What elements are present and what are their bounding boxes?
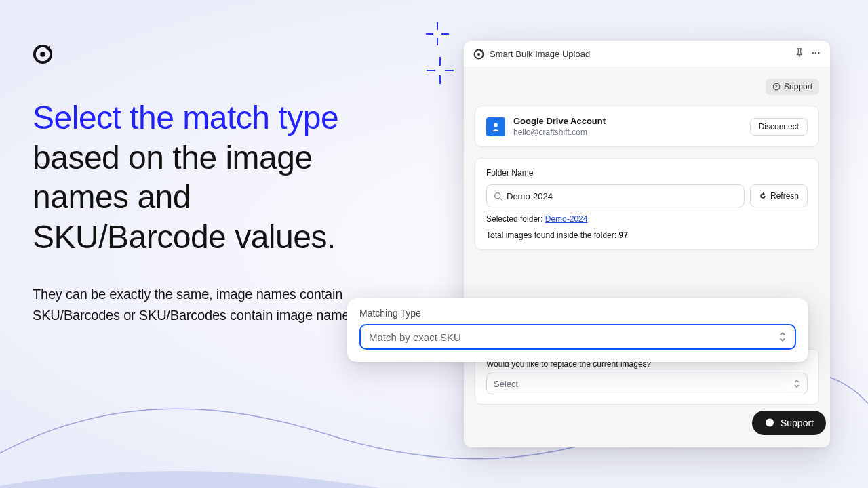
subheadline: They can be exactly the same, image name… — [33, 284, 365, 326]
search-icon — [494, 192, 502, 201]
matching-type-select[interactable]: Match by exact SKU — [359, 324, 796, 350]
chat-icon — [764, 418, 775, 428]
svg-point-7 — [40, 52, 45, 57]
pin-icon[interactable] — [795, 48, 804, 60]
folder-card: Folder Name Refresh Selected folder: Dem… — [475, 158, 819, 250]
headline: Select the match type based on the image… — [33, 98, 365, 257]
refresh-icon — [759, 192, 767, 200]
images-found-count: 97 — [618, 230, 627, 240]
marketing-copy: Select the match type based on the image… — [33, 98, 365, 326]
svg-point-11 — [815, 52, 816, 53]
account-title: Google Drive Account — [513, 116, 742, 126]
headline-rest: based on the image names and SKU/Barcode… — [33, 140, 336, 255]
svg-point-5 — [435, 66, 445, 75]
headline-accent: Select the match type — [33, 100, 338, 136]
svg-point-16 — [495, 192, 500, 198]
decorative-plus-icon — [424, 20, 451, 47]
images-found-line: Total images found inside the folder: 97 — [486, 230, 808, 240]
svg-text:?: ? — [775, 84, 778, 89]
svg-point-9 — [477, 53, 480, 56]
app-window: Smart Bulk Image Upload ? Support Go — [464, 41, 830, 447]
chevron-updown-icon — [778, 331, 787, 342]
app-title: Smart Bulk Image Upload — [490, 49, 789, 59]
svg-point-2 — [433, 30, 441, 38]
selected-folder-line: Selected folder: Demo-2024 — [486, 214, 808, 224]
svg-point-15 — [494, 123, 498, 127]
support-pill-label: Support — [781, 418, 814, 428]
help-icon: ? — [772, 83, 781, 91]
matching-type-panel: Matching Type Match by exact SKU — [347, 298, 808, 362]
app-logo-icon — [473, 49, 484, 60]
chevron-updown-icon — [793, 379, 800, 388]
disconnect-button[interactable]: Disconnect — [750, 118, 808, 136]
refresh-button[interactable]: Refresh — [750, 184, 808, 207]
account-card: Google Drive Account hello@craftshift.co… — [475, 106, 819, 147]
account-email: hello@craftshift.com — [513, 127, 742, 137]
brand-logo — [33, 44, 53, 64]
refresh-label: Refresh — [770, 191, 799, 201]
support-label: Support — [784, 82, 812, 92]
replace-select[interactable]: Select — [486, 373, 808, 394]
svg-point-18 — [766, 419, 774, 427]
decorative-plus-icon — [424, 54, 456, 87]
folder-label: Folder Name — [486, 168, 808, 178]
matching-type-label: Matching Type — [359, 308, 796, 319]
selected-folder-link[interactable]: Demo-2024 — [545, 214, 588, 224]
more-icon[interactable] — [811, 48, 821, 60]
folder-input[interactable] — [507, 191, 737, 201]
folder-search-wrap[interactable] — [486, 184, 745, 207]
support-chat-button[interactable]: Support — [752, 411, 826, 435]
matching-type-value: Match by exact SKU — [369, 331, 461, 343]
svg-point-12 — [818, 52, 819, 53]
replace-select-value: Select — [494, 379, 518, 389]
support-button[interactable]: ? Support — [766, 79, 819, 95]
app-titlebar: Smart Bulk Image Upload — [464, 41, 830, 68]
svg-line-17 — [500, 197, 502, 199]
svg-point-10 — [812, 52, 813, 53]
avatar — [486, 117, 505, 136]
